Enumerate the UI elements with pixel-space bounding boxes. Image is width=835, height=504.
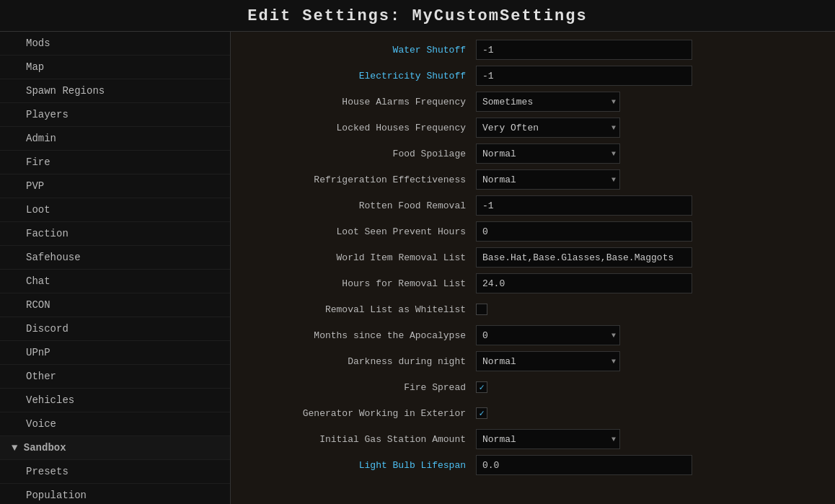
settings-row-loot-seen: Loot Seen Prevent Hours — [245, 221, 821, 242]
sidebar-item-spawn-regions[interactable]: Spawn Regions — [0, 79, 230, 103]
label-months-apocalypse: Months since the Apocalypse — [245, 330, 476, 341]
select-locked-houses[interactable]: Very OftenSometimesRarelyOftenNever — [476, 118, 620, 138]
settings-row-refrigeration: Refrigeration EffectivenessNormalLowHigh… — [245, 169, 821, 190]
input-water-shutoff[interactable] — [476, 40, 692, 60]
select-food-spoilage[interactable]: NormalFastSlowVery FastVery Slow — [476, 143, 620, 164]
sidebar-item-chat[interactable]: Chat — [0, 270, 230, 293]
select-refrigeration[interactable]: NormalLowHighVery LowVery High — [476, 169, 620, 190]
settings-row-darkness-night: Darkness during nightNormalPitch BlackDa… — [245, 350, 821, 372]
sidebar-item-admin[interactable]: Admin — [0, 127, 230, 151]
select-wrapper-food-spoilage: NormalFastSlowVery FastVery Slow▼ — [476, 143, 620, 164]
select-wrapper-refrigeration: NormalLowHighVery LowVery High▼ — [476, 169, 620, 190]
label-world-item-removal: World Item Removal List — [245, 252, 476, 263]
settings-content: Water ShutoffElectricity ShutoffHouse Al… — [231, 32, 835, 504]
settings-row-removal-whitelist: Removal List as Whitelist — [245, 299, 821, 320]
sidebar-item-other[interactable]: Other — [0, 365, 230, 389]
sidebar-item-map[interactable]: Map — [0, 56, 230, 79]
label-gas-station: Initial Gas Station Amount — [245, 434, 476, 445]
sidebar-item-sandbox[interactable]: ▼ Sandbox — [0, 436, 230, 460]
label-refrigeration: Refrigeration Effectiveness — [245, 174, 476, 185]
sidebar-item-mods[interactable]: Mods — [0, 32, 230, 56]
select-months-apocalypse[interactable]: 0123612 — [476, 325, 620, 345]
sidebar-item-faction[interactable]: Faction — [0, 222, 230, 246]
label-loot-seen: Loot Seen Prevent Hours — [245, 226, 476, 237]
settings-row-house-alarms: House Alarms FrequencySometimesRarelyOft… — [245, 91, 821, 112]
label-water-shutoff: Water Shutoff — [245, 45, 476, 56]
checkbox-fire-spread[interactable] — [476, 381, 487, 393]
settings-row-hours-removal: Hours for Removal List — [245, 273, 821, 294]
input-electricity-shutoff[interactable] — [476, 66, 692, 86]
label-removal-whitelist: Removal List as Whitelist — [245, 304, 476, 315]
header: Edit Settings: MyCustomSettings — [0, 0, 835, 32]
input-rotten-food[interactable] — [476, 195, 692, 216]
sidebar-item-voice[interactable]: Voice — [0, 412, 230, 436]
settings-row-fire-spread: Fire Spread — [245, 376, 821, 398]
input-loot-seen[interactable] — [476, 221, 692, 242]
select-gas-station[interactable]: NormalEmptyLowHighFull — [476, 429, 620, 449]
label-house-alarms: House Alarms Frequency — [245, 97, 476, 107]
select-wrapper-house-alarms: SometimesRarelyOftenNever▼ — [476, 92, 620, 112]
label-rotten-food: Rotten Food Removal — [245, 200, 476, 211]
settings-row-light-bulb: Light Bulb Lifespan — [245, 454, 821, 476]
label-generator-exterior: Generator Working in Exterior — [245, 408, 476, 419]
sidebar-item-rcon[interactable]: RCON — [0, 293, 230, 317]
settings-row-rotten-food: Rotten Food Removal — [245, 195, 821, 216]
select-wrapper-gas-station: NormalEmptyLowHighFull▼ — [476, 429, 620, 449]
settings-row-locked-houses: Locked Houses FrequencyVery OftenSometim… — [245, 117, 821, 138]
settings-row-water-shutoff: Water Shutoff — [245, 39, 821, 61]
label-darkness-night: Darkness during night — [245, 356, 476, 367]
label-electricity-shutoff: Electricity Shutoff — [245, 71, 476, 81]
sidebar: ModsMapSpawn RegionsPlayersAdminFirePVPL… — [0, 32, 231, 504]
sidebar-item-fire[interactable]: Fire — [0, 151, 230, 174]
select-wrapper-months-apocalypse: 0123612▼ — [476, 325, 620, 345]
sidebar-item-safehouse[interactable]: Safehouse — [0, 246, 230, 270]
settings-row-food-spoilage: Food SpoilageNormalFastSlowVery FastVery… — [245, 143, 821, 164]
settings-row-months-apocalypse: Months since the Apocalypse0123612▼ — [245, 324, 821, 346]
input-light-bulb[interactable] — [476, 455, 692, 475]
label-light-bulb: Light Bulb Lifespan — [245, 460, 476, 471]
label-food-spoilage: Food Spoilage — [245, 149, 476, 159]
settings-row-gas-station: Initial Gas Station AmountNormalEmptyLow… — [245, 428, 821, 450]
settings-row-world-item-removal: World Item Removal List — [245, 247, 821, 268]
input-hours-removal[interactable] — [476, 273, 692, 293]
sidebar-item-pvp[interactable]: PVP — [0, 174, 230, 198]
label-fire-spread: Fire Spread — [245, 382, 476, 393]
sidebar-item-presets[interactable]: Presets — [0, 460, 230, 484]
checkbox-removal-whitelist[interactable] — [476, 304, 487, 315]
checkbox-generator-exterior[interactable] — [476, 407, 487, 419]
sidebar-item-discord[interactable]: Discord — [0, 317, 230, 341]
sidebar-item-vehicles[interactable]: Vehicles — [0, 389, 230, 412]
select-wrapper-locked-houses: Very OftenSometimesRarelyOftenNever▼ — [476, 118, 620, 138]
sidebar-item-players[interactable]: Players — [0, 103, 230, 127]
settings-row-generator-exterior: Generator Working in Exterior — [245, 402, 821, 424]
select-wrapper-darkness-night: NormalPitch BlackDarkDimBright▼ — [476, 351, 620, 371]
sidebar-item-loot[interactable]: Loot — [0, 198, 230, 222]
page-title: Edit Settings: MyCustomSettings — [0, 7, 835, 25]
input-world-item-removal[interactable] — [476, 247, 692, 268]
main-layout: ModsMapSpawn RegionsPlayersAdminFirePVPL… — [0, 32, 835, 504]
sidebar-item-upnp[interactable]: UPnP — [0, 341, 230, 365]
select-house-alarms[interactable]: SometimesRarelyOftenNever — [476, 92, 620, 112]
label-hours-removal: Hours for Removal List — [245, 278, 476, 289]
settings-row-electricity-shutoff: Electricity Shutoff — [245, 65, 821, 87]
label-locked-houses: Locked Houses Frequency — [245, 123, 476, 133]
select-darkness-night[interactable]: NormalPitch BlackDarkDimBright — [476, 351, 620, 371]
sidebar-item-population[interactable]: Population — [0, 484, 230, 504]
